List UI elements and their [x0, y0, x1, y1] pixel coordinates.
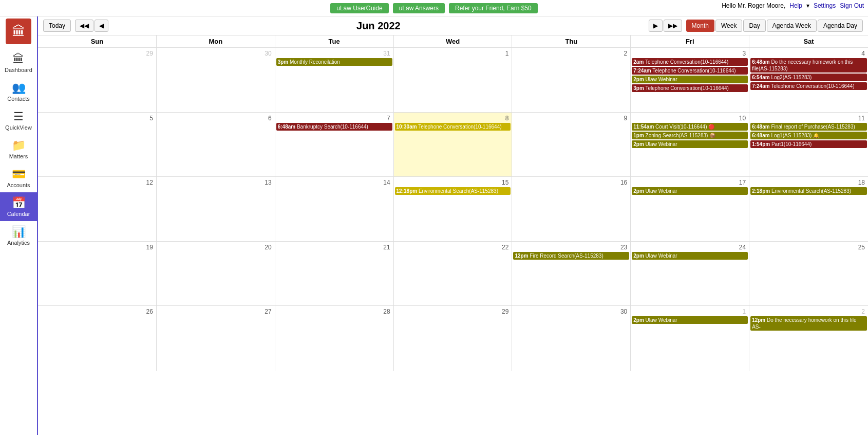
event-1-5-0[interactable]: 11:54am Court Visit(10-116644) 🔴: [632, 123, 748, 131]
cal-day-3-1[interactable]: 20: [157, 242, 275, 306]
event-4-6-0[interactable]: 12pm Do the necessary homework on this f…: [750, 316, 867, 331]
event-0-5-1[interactable]: 7:24am Telephone Conversation(10-116644): [632, 67, 748, 75]
cal-day-0-3[interactable]: 1: [394, 48, 513, 112]
top-right-nav: Hello Mr. Roger Moore, Help ▾ Settings S…: [722, 2, 864, 9]
day-num-4-3: 29: [395, 307, 511, 316]
settings-link[interactable]: Settings: [814, 2, 836, 9]
day-num-0-3: 1: [395, 49, 511, 58]
cal-day-2-1[interactable]: 13: [157, 177, 275, 241]
sidebar-item-contacts[interactable]: 👥 Contacts: [0, 77, 37, 106]
event-0-2-0[interactable]: 3pm Monthly Reconcilation: [276, 58, 392, 66]
cal-day-1-3[interactable]: 810:30am Telephone Conversation(10-11664…: [394, 113, 513, 177]
day-num-2-1: 13: [158, 178, 274, 187]
cal-day-2-6[interactable]: 182:18pm Environmental Search(AS-115283): [749, 177, 868, 241]
signout-link[interactable]: Sign Out: [840, 2, 864, 9]
cal-day-4-6[interactable]: 212pm Do the necessary homework on this …: [749, 306, 868, 371]
sidebar-label-analytics: Analytics: [7, 240, 30, 246]
answers-button[interactable]: uLaw Answers: [393, 3, 445, 13]
cal-day-3-0[interactable]: 19: [38, 242, 157, 306]
event-0-6-0[interactable]: 6:48am Do the necessary homework on this…: [750, 58, 867, 72]
day-num-0-2: 31: [276, 49, 392, 58]
cal-day-4-5[interactable]: 12pm Ulaw Webinar: [631, 306, 749, 371]
event-1-6-2[interactable]: 1:54pm Part1(10-116644): [750, 140, 867, 148]
cal-day-1-5[interactable]: 1011:54am Court Visit(10-116644) 🔴1pm Zo…: [631, 113, 749, 177]
cal-day-3-3[interactable]: 22: [394, 242, 513, 306]
today-button[interactable]: Today: [43, 20, 71, 32]
help-link[interactable]: Help: [789, 2, 802, 9]
cal-day-0-2[interactable]: 313pm Monthly Reconcilation: [275, 48, 394, 112]
day-num-2-4: 16: [513, 178, 629, 187]
event-3-4-0[interactable]: 12pm Fire Record Search(AS-115283): [513, 252, 629, 260]
view-agenda-week-button[interactable]: Agenda Week: [767, 20, 817, 32]
sidebar-item-calendar[interactable]: 📅 Calendar: [0, 192, 37, 221]
view-month-button[interactable]: Month: [686, 20, 714, 32]
cal-day-4-3[interactable]: 29: [394, 306, 513, 371]
cal-day-2-4[interactable]: 16: [512, 177, 631, 241]
cal-day-2-5[interactable]: 172pm Ulaw Webinar: [631, 177, 749, 241]
prev-button[interactable]: ◀: [95, 20, 108, 32]
sidebar-item-accounts[interactable]: 💳 Accounts: [0, 164, 37, 192]
cal-day-2-2[interactable]: 14: [275, 177, 394, 241]
cal-day-2-0[interactable]: 12: [38, 177, 157, 241]
cal-day-0-5[interactable]: 32am Telephone Conversation(10-116644)7:…: [631, 48, 749, 112]
cal-day-0-6[interactable]: 46:48am Do the necessary homework on thi…: [749, 48, 868, 112]
cal-day-4-0[interactable]: 26: [38, 306, 157, 371]
cal-day-0-1[interactable]: 30: [157, 48, 275, 112]
cal-day-3-6[interactable]: 25: [749, 242, 868, 306]
event-0-6-2[interactable]: 7:24am Telephone Conversation(10-116644): [750, 82, 867, 90]
event-1-3-0[interactable]: 10:30am Telephone Conversation(10-116644…: [395, 123, 511, 131]
cal-day-1-6[interactable]: 116:48am Final report of Purchase(AS-115…: [749, 113, 868, 177]
event-1-5-2[interactable]: 2pm Ulaw Webinar: [632, 140, 748, 148]
event-2-5-0[interactable]: 2pm Ulaw Webinar: [632, 187, 748, 195]
day-header-sat: Sat: [749, 35, 868, 47]
cal-day-1-4[interactable]: 9: [512, 113, 631, 177]
event-1-5-1[interactable]: 1pm Zoning Search(AS-115283) 📦: [632, 132, 748, 139]
event-0-5-2[interactable]: 2pm Ulaw Webinar: [632, 76, 748, 83]
event-0-5-0[interactable]: 2am Telephone Conversation(10-116644): [632, 58, 748, 66]
cal-day-1-0[interactable]: 5: [38, 113, 157, 177]
day-num-3-0: 19: [39, 243, 155, 252]
event-0-6-1[interactable]: 6:54am Log2(AS-115283): [750, 74, 867, 81]
sidebar-item-dashboard[interactable]: 🏛 Dashboard: [0, 48, 37, 77]
next-next-button[interactable]: ▶▶: [664, 20, 682, 32]
cal-day-3-4[interactable]: 2312pm Fire Record Search(AS-115283): [512, 242, 631, 306]
cal-day-0-0[interactable]: 29: [38, 48, 157, 112]
view-week-button[interactable]: Week: [715, 20, 742, 32]
quickview-icon: ☰: [13, 110, 24, 123]
refer-button[interactable]: Refer your Friend, Earn $50: [449, 3, 538, 13]
event-2-6-0[interactable]: 2:18pm Environmental Search(AS-115283): [750, 187, 867, 195]
sidebar-item-matters[interactable]: 📁 Matters: [0, 135, 37, 164]
cal-day-1-2[interactable]: 76:48am Bankruptcy Search(10-116644): [275, 113, 394, 177]
event-1-6-0[interactable]: 6:48am Final report of Purchase(AS-11528…: [750, 123, 867, 131]
event-2-3-0[interactable]: 12:18pm Environmental Search(AS-115283): [395, 187, 511, 195]
view-day-button[interactable]: Day: [743, 20, 765, 32]
view-agenda-day-button[interactable]: Agenda Day: [818, 20, 863, 32]
next-button[interactable]: ▶: [649, 20, 663, 32]
sidebar-item-quickview[interactable]: ☰ QuickView: [0, 106, 37, 135]
event-1-6-1[interactable]: 6:48am Log1(AS-115283) 🔔: [750, 132, 867, 139]
day-num-3-6: 25: [750, 243, 867, 252]
cal-day-4-2[interactable]: 28: [275, 306, 394, 371]
cal-day-0-4[interactable]: 2: [512, 48, 631, 112]
day-num-4-1: 27: [158, 307, 274, 316]
event-1-2-0[interactable]: 6:48am Bankruptcy Search(10-116644): [276, 123, 392, 131]
prev-prev-button[interactable]: ◀◀: [75, 20, 93, 32]
cal-day-4-4[interactable]: 30: [512, 306, 631, 371]
cal-day-3-2[interactable]: 21: [275, 242, 394, 306]
cal-day-2-3[interactable]: 1512:18pm Environmental Search(AS-115283…: [394, 177, 513, 241]
cal-day-4-1[interactable]: 27: [157, 306, 275, 371]
cal-day-1-1[interactable]: 6: [157, 113, 275, 177]
calendar-grid: 2930313pm Monthly Reconcilation1232am Te…: [38, 48, 868, 435]
day-headers: Sun Mon Tue Wed Thu Fri Sat: [38, 35, 868, 48]
event-3-5-0[interactable]: 2pm Ulaw Webinar: [632, 252, 748, 260]
userguide-button[interactable]: uLaw UserGuide: [330, 3, 388, 13]
cal-week-4: 262728293012pm Ulaw Webinar212pm Do the …: [38, 306, 868, 371]
event-4-5-0[interactable]: 2pm Ulaw Webinar: [632, 316, 748, 324]
sidebar-item-analytics[interactable]: 📊 Analytics: [0, 221, 37, 250]
app-logo: 🏛: [6, 19, 31, 44]
day-num-1-0: 5: [39, 114, 155, 123]
event-0-5-3[interactable]: 3pm Telephone Conversation(10-116644): [632, 84, 748, 92]
day-header-sun: Sun: [38, 35, 157, 47]
day-num-0-0: 29: [39, 49, 155, 58]
cal-day-3-5[interactable]: 242pm Ulaw Webinar: [631, 242, 749, 306]
